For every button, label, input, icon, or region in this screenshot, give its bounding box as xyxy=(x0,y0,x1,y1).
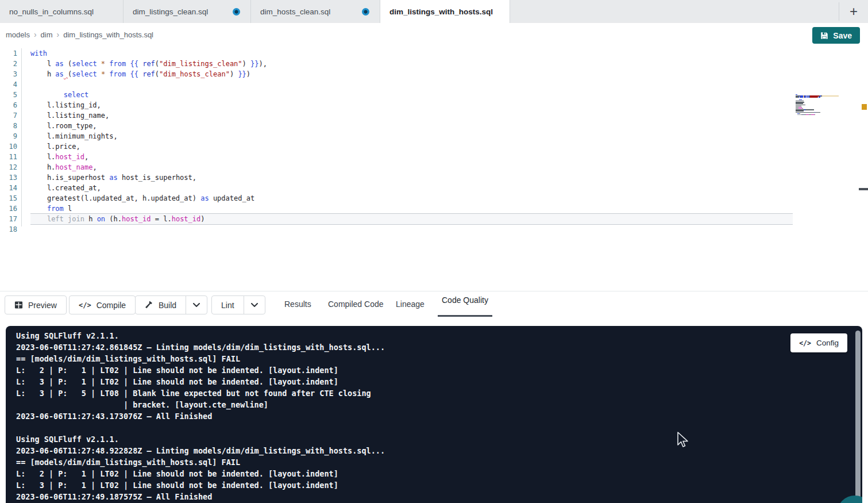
tab-dim-listings-with-hosts[interactable]: dim_listings_with_hosts.sql xyxy=(380,0,510,23)
code-line-15[interactable]: 15 greatest(l.updated_at, h.updated_at) … xyxy=(0,193,793,203)
code-text: h as (select * from {{ ref("dim_hosts_cl… xyxy=(30,69,793,79)
line-number: 2 xyxy=(0,59,17,69)
code-line-17[interactable]: 17 left join h on (h.host_id = l.host_id… xyxy=(0,214,793,224)
breadcrumb-item-file: dim_listings_with_hosts.sql xyxy=(63,30,153,39)
tab-label: dim_hosts_clean.sql xyxy=(260,7,330,16)
code-line-12[interactable]: 12 h.host_name, xyxy=(0,162,793,172)
code-text: left join h on (h.host_id = l.host_id) xyxy=(30,214,793,224)
tab-lineage[interactable]: Lineage xyxy=(396,291,425,317)
terminal-output: Using SQLFluff v2.1.1.2023-06-06T11:27:4… xyxy=(6,326,862,502)
compile-button[interactable]: </> Compile xyxy=(69,295,136,314)
terminal-line: == [models/dim/dim_listings_with_hosts.s… xyxy=(16,456,862,468)
build-options-button[interactable] xyxy=(186,296,207,314)
line-number: 3 xyxy=(0,69,17,79)
terminal-line: Using SQLFluff v2.1.1. xyxy=(16,433,862,445)
code-text: l.listing_id, xyxy=(30,100,793,110)
line-number: 8 xyxy=(0,121,17,131)
lint-button[interactable]: Lint xyxy=(212,296,244,314)
code-text: h.is_superhost as host_is_superhost, xyxy=(30,172,793,183)
scrollbar-warning-marker xyxy=(862,104,867,110)
code-text: l.minimum_nights, xyxy=(30,131,793,141)
line-number: 17 xyxy=(0,214,17,224)
terminal-scrollbar[interactable] xyxy=(855,331,861,501)
code-line-10[interactable]: 10 l.price, xyxy=(0,141,793,152)
terminal-line: == [models/dim/dim_listings_with_hosts.s… xyxy=(16,353,862,364)
lint-output-terminal[interactable]: Using SQLFluff v2.1.1.2023-06-06T11:27:4… xyxy=(6,326,862,503)
terminal-line: L: 2 | P: 1 | LT02 | Line should not be … xyxy=(16,468,862,479)
code-line-18[interactable]: 18 xyxy=(0,224,793,235)
terminal-line: 2023-06-06T11:27:42.861845Z — Linting mo… xyxy=(16,341,862,353)
line-number: 9 xyxy=(0,131,17,141)
tab-bar-spacer xyxy=(510,0,839,23)
code-text: l.created_at, xyxy=(30,183,793,193)
code-line-8[interactable]: 8 l.room_type, xyxy=(0,121,793,131)
save-button[interactable]: Save xyxy=(812,27,860,44)
terminal-panel: Using SQLFluff v2.1.1.2023-06-06T11:27:4… xyxy=(0,317,868,503)
code-text: l.price, xyxy=(30,141,793,152)
code-line-9[interactable]: 9 l.minimum_nights, xyxy=(0,131,793,141)
code-line-14[interactable]: 14 l.created_at, xyxy=(0,183,793,193)
tab-dim-hosts-clean[interactable]: dim_hosts_clean.sql xyxy=(251,0,380,23)
terminal-line: 2023-06-06T11:27:48.922828Z — Linting mo… xyxy=(16,445,862,456)
code-text: with xyxy=(30,48,793,59)
unsaved-changes-icon xyxy=(233,8,240,16)
build-label: Build xyxy=(159,301,176,310)
minimap[interactable] xyxy=(796,94,839,117)
lint-options-button[interactable] xyxy=(244,296,265,314)
code-icon: </> xyxy=(799,339,811,347)
line-number: 10 xyxy=(0,141,17,152)
new-tab-button[interactable]: + xyxy=(839,0,868,23)
breadcrumb-item-dim[interactable]: dim xyxy=(41,30,53,39)
code-text xyxy=(30,79,793,90)
preview-button[interactable]: Preview xyxy=(5,295,67,314)
scrollbar-position-marker[interactable] xyxy=(859,188,868,190)
tab-label: no_nulls_in_columns.sql xyxy=(9,7,94,16)
line-number: 12 xyxy=(0,162,17,172)
build-button[interactable]: Build xyxy=(136,296,186,314)
tab-label: dim_listings_clean.sql xyxy=(133,7,208,16)
line-number: 13 xyxy=(0,172,17,183)
file-tab-bar: no_nulls_in_columns.sql dim_listings_cle… xyxy=(0,0,868,23)
code-line-7[interactable]: 7 l.listing_name, xyxy=(0,110,793,121)
code-text: from l xyxy=(30,203,793,214)
terminal-line: L: 2 | P: 1 | LT02 | Line should not be … xyxy=(16,364,862,376)
code-editor[interactable]: 1with2 l as (select * from {{ ref("dim_l… xyxy=(0,46,868,291)
chevron-right-icon: › xyxy=(34,30,37,39)
dbt-ide-window: no_nulls_in_columns.sql dim_listings_cle… xyxy=(0,0,868,503)
build-split-button: Build xyxy=(135,295,207,314)
code-text: l.room_type, xyxy=(30,121,793,131)
code-icon: </> xyxy=(79,301,91,309)
terminal-line: 2023-06-06T11:27:49.187575Z — All Finish… xyxy=(16,491,862,502)
terminal-line: L: 3 | P: 5 | LT08 | Blank line expected… xyxy=(16,387,862,399)
code-line-16[interactable]: 16 from l xyxy=(0,203,793,214)
code-line-2[interactable]: 2 l as (select * from {{ ref("dim_listin… xyxy=(0,59,793,69)
code-line-13[interactable]: 13 h.is_superhost as host_is_superhost, xyxy=(0,172,793,183)
code-line-5[interactable]: 5 select xyxy=(0,90,793,100)
tab-results[interactable]: Results xyxy=(284,291,311,317)
code-lines: 1with2 l as (select * from {{ ref("dim_l… xyxy=(0,48,793,235)
tab-label: dim_listings_with_hosts.sql xyxy=(389,7,493,16)
tab-code-quality[interactable]: Code Quality xyxy=(438,291,492,317)
code-line-1[interactable]: 1with xyxy=(0,48,793,59)
tab-no-nulls-in-columns[interactable]: no_nulls_in_columns.sql xyxy=(0,0,124,23)
line-number: 18 xyxy=(0,224,17,235)
terminal-line: 2023-06-06T11:27:43.173076Z — All Finish… xyxy=(16,410,862,422)
code-line-3[interactable]: 3 h as (select * from {{ ref("dim_hosts_… xyxy=(0,69,793,79)
code-text: greatest(l.updated_at, h.updated_at) as … xyxy=(30,193,793,203)
chevron-right-icon: › xyxy=(57,30,60,39)
code-line-6[interactable]: 6 l.listing_id, xyxy=(0,100,793,110)
breadcrumb-item-models[interactable]: models xyxy=(6,30,30,39)
tab-dim-listings-clean[interactable]: dim_listings_clean.sql xyxy=(124,0,251,23)
config-button[interactable]: </> Config xyxy=(790,333,847,352)
breadcrumb-bar: models › dim › dim_listings_with_hosts.s… xyxy=(0,23,868,46)
terminal-line: | bracket. [layout.cte_newline] xyxy=(16,399,862,410)
terminal-line: L: 3 | P: 1 | LT02 | Line should not be … xyxy=(16,479,862,491)
lint-split-button: Lint xyxy=(211,295,265,314)
save-label: Save xyxy=(833,31,852,40)
line-number: 5 xyxy=(0,90,17,100)
code-line-4[interactable]: 4 xyxy=(0,79,793,90)
code-line-11[interactable]: 11 l.host_id, xyxy=(0,152,793,162)
line-number: 11 xyxy=(0,152,17,162)
tab-compiled-code[interactable]: Compiled Code xyxy=(328,291,384,317)
chevron-down-icon xyxy=(251,303,258,308)
